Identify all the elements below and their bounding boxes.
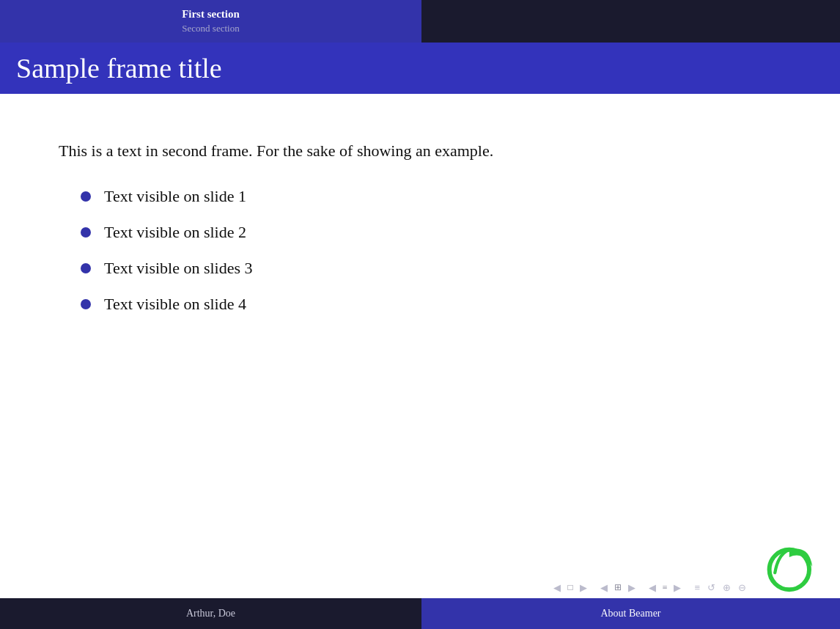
ctrl-sep-1: □ bbox=[566, 582, 574, 593]
footer-bar: Arthur, Doe About Beamer bbox=[0, 598, 840, 629]
bullet-text-4: Text visible on slide 4 bbox=[104, 292, 246, 316]
refresh-button[interactable]: ↺ bbox=[705, 581, 718, 595]
footer-title: About Beamer bbox=[600, 608, 660, 619]
next-subsection-button[interactable]: ▶ bbox=[671, 581, 683, 595]
bullet-text-3: Text visible on slides 3 bbox=[104, 256, 253, 280]
overleaf-logo-icon bbox=[759, 532, 822, 595]
prev-subsection-button[interactable]: ◀ bbox=[646, 581, 658, 595]
bullet-text-2: Text visible on slide 2 bbox=[104, 220, 246, 244]
ctrl-sep-5: ≡ bbox=[661, 582, 669, 593]
nav-first-section[interactable]: First section Second section bbox=[0, 0, 421, 43]
logo-area bbox=[759, 532, 825, 598]
bullet-item-4: Text visible on slide 4 bbox=[81, 292, 781, 316]
nav-section-1-label: First section bbox=[182, 7, 240, 22]
menu-button[interactable]: ≡ bbox=[692, 581, 702, 595]
bullet-dot-icon bbox=[81, 191, 91, 202]
intro-paragraph: This is a text in second frame. For the … bbox=[59, 138, 781, 163]
top-navigation-bar: First section Second section bbox=[0, 0, 840, 43]
frame-title: Sample frame title bbox=[16, 52, 222, 84]
zoom-out-button[interactable]: ⊖ bbox=[736, 581, 748, 595]
next-section-button[interactable]: ▶ bbox=[626, 581, 638, 595]
bullet-item-2: Text visible on slide 2 bbox=[81, 220, 781, 244]
prev-frame-button[interactable]: ◀ bbox=[551, 581, 563, 595]
nav-section-2-label: Second section bbox=[182, 22, 239, 35]
bullet-dot-icon bbox=[81, 227, 91, 238]
bullet-dot-icon bbox=[81, 263, 91, 273]
main-content-area: This is a text in second frame. For the … bbox=[0, 94, 840, 598]
next-frame-button[interactable]: ▶ bbox=[578, 581, 589, 595]
bullet-dot-icon bbox=[81, 299, 91, 309]
frame-title-bar: Sample frame title bbox=[0, 43, 840, 94]
zoom-in-button[interactable]: ⊕ bbox=[721, 581, 733, 595]
footer-author: Arthur, Doe bbox=[186, 608, 235, 619]
bullet-list: Text visible on slide 1Text visible on s… bbox=[59, 184, 781, 316]
prev-section-button[interactable]: ◀ bbox=[598, 581, 610, 595]
footer-title-area: About Beamer bbox=[421, 598, 840, 629]
ctrl-sep-3: ⊞ bbox=[613, 582, 623, 593]
footer-author-area: Arthur, Doe bbox=[0, 598, 421, 629]
bullet-item-1: Text visible on slide 1 bbox=[81, 184, 781, 208]
nav-right-area bbox=[421, 0, 840, 43]
bullet-item-3: Text visible on slides 3 bbox=[81, 256, 781, 280]
nav-controls: ◀ □ ▶ ◀ ⊞ ▶ ◀ ≡ ▶ ≡ ↺ ⊕ ⊖ bbox=[0, 576, 756, 598]
bullet-text-1: Text visible on slide 1 bbox=[104, 184, 246, 208]
